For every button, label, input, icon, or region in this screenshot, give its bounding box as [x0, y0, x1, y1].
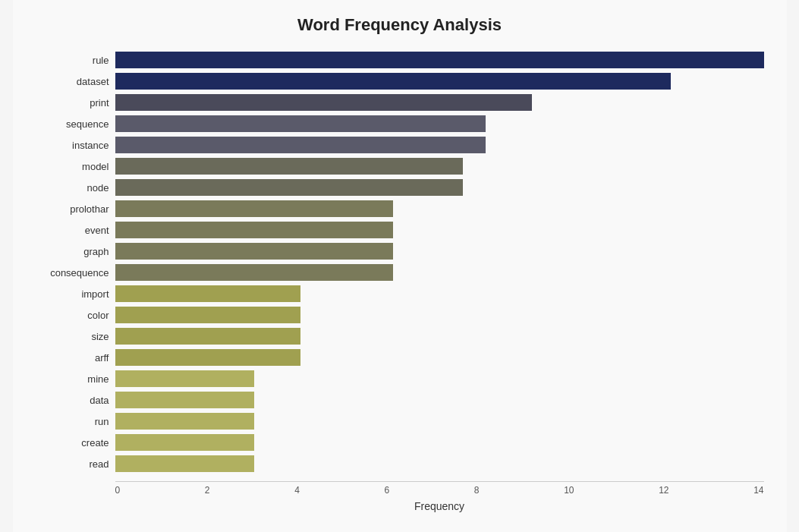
bar-fill: [115, 434, 254, 451]
bar-fill: [115, 243, 393, 260]
x-axis-tick: 2: [205, 485, 210, 496]
bar-label: read: [36, 458, 115, 470]
bar-track: [115, 137, 764, 153]
bar-track: [115, 413, 764, 430]
x-axis-tick: 10: [564, 485, 574, 496]
bar-track: [115, 307, 764, 323]
chart-area: ruledatasetprintsequenceinstancemodelnod…: [36, 50, 764, 475]
x-axis-tick: 8: [474, 485, 480, 496]
bar-row: import: [36, 284, 764, 304]
chart-title: Word Frequency Analysis: [36, 15, 764, 35]
bar-label: data: [36, 395, 115, 406]
bar-row: graph: [36, 241, 764, 261]
bar-row: data: [36, 390, 764, 410]
bar-track: [115, 243, 764, 260]
bar-track: [115, 158, 764, 175]
bar-fill: [115, 222, 393, 238]
bar-label: color: [36, 310, 115, 321]
bar-label: arff: [36, 352, 115, 364]
bar-track: [115, 52, 764, 68]
bar-label: print: [36, 97, 115, 109]
bar-fill: [115, 52, 764, 68]
bar-fill: [115, 285, 300, 302]
bar-row: event: [36, 220, 764, 240]
bar-label: create: [36, 437, 115, 449]
chart-container: Word Frequency Analysis ruledatasetprint…: [13, 0, 787, 532]
bar-label: instance: [36, 140, 115, 151]
bar-fill: [115, 200, 393, 217]
x-axis-tick: 4: [294, 485, 300, 496]
bar-label: node: [36, 182, 115, 194]
bar-row: color: [36, 305, 764, 325]
x-axis-label: Frequency: [115, 500, 764, 512]
bar-fill: [115, 73, 672, 90]
bar-label: mine: [36, 373, 115, 385]
bar-fill: [115, 94, 533, 111]
bar-label: event: [36, 225, 115, 236]
bar-label: rule: [36, 55, 115, 66]
bar-label: graph: [36, 246, 115, 257]
bar-row: create: [36, 433, 764, 452]
bar-track: [115, 328, 764, 345]
bar-fill: [115, 455, 254, 472]
bar-fill: [115, 328, 300, 345]
bar-label: size: [36, 331, 115, 342]
bar-fill: [115, 392, 254, 408]
bar-row: run: [36, 411, 764, 431]
bar-fill: [115, 349, 300, 366]
bar-track: [115, 115, 764, 132]
bar-row: model: [36, 156, 764, 176]
bar-row: instance: [36, 135, 764, 155]
bar-fill: [115, 264, 393, 281]
bar-fill: [115, 413, 254, 430]
x-axis-tick: 0: [115, 485, 121, 496]
bar-track: [115, 392, 764, 408]
bar-track: [115, 179, 764, 196]
x-axis-area: 02468101214 Frequency: [115, 481, 764, 512]
bar-row: print: [36, 93, 764, 112]
bar-track: [115, 434, 764, 451]
bar-row: sequence: [36, 114, 764, 134]
x-axis-ticks: 02468101214: [115, 481, 764, 496]
bar-row: dataset: [36, 71, 764, 91]
bar-track: [115, 455, 764, 472]
bar-track: [115, 285, 764, 302]
bar-fill: [115, 158, 463, 175]
bar-fill: [115, 179, 463, 196]
bar-fill: [115, 115, 486, 132]
bar-label: prolothar: [36, 203, 115, 215]
bar-row: size: [36, 326, 764, 346]
x-axis-tick: 12: [659, 485, 668, 496]
bar-fill: [115, 370, 254, 387]
bar-track: [115, 94, 764, 111]
bar-row: mine: [36, 369, 764, 389]
bar-track: [115, 222, 764, 238]
bar-label: run: [36, 416, 115, 427]
bar-row: consequence: [36, 263, 764, 282]
bar-row: arff: [36, 348, 764, 367]
bar-track: [115, 349, 764, 366]
bar-label: consequence: [36, 267, 115, 279]
bar-track: [115, 73, 764, 90]
bar-row: prolothar: [36, 199, 764, 219]
x-axis-tick: 14: [753, 485, 763, 496]
bar-label: model: [36, 161, 115, 172]
bar-row: read: [36, 454, 764, 474]
x-axis-tick: 6: [384, 485, 389, 496]
bar-fill: [115, 307, 300, 323]
bar-row: rule: [36, 50, 764, 70]
bar-track: [115, 200, 764, 217]
bar-track: [115, 264, 764, 281]
bar-row: node: [36, 178, 764, 197]
bar-label: dataset: [36, 76, 115, 87]
bar-label: import: [36, 288, 115, 300]
bar-label: sequence: [36, 118, 115, 130]
bar-track: [115, 370, 764, 387]
bar-fill: [115, 137, 486, 153]
